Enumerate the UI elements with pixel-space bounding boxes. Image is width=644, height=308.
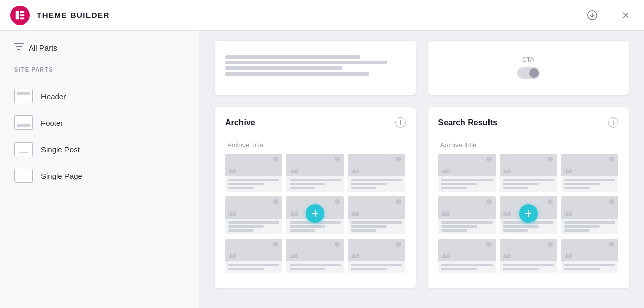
archive-item-img-6 <box>348 196 405 219</box>
archive-item-1 <box>225 154 282 192</box>
search-results-title-label: Archive Title <box>440 141 619 149</box>
cta-toggle[interactable] <box>517 67 540 79</box>
svg-rect-2 <box>20 14 24 16</box>
site-parts-heading: SITE PARTS <box>14 66 185 73</box>
header-actions <box>584 7 634 23</box>
archive-item-lines-7 <box>225 261 282 273</box>
archive-item-lines-2 <box>286 176 344 192</box>
sr-item-img-9 <box>561 239 618 261</box>
sr-item-img-6 <box>561 196 618 219</box>
sidebar-item-single-page-label: Single Page <box>41 172 82 180</box>
sr-item-4 <box>438 196 496 234</box>
sr-item-lines-1 <box>438 176 496 192</box>
search-results-card-header: Search Results i <box>438 117 619 128</box>
sr-item-1 <box>438 154 496 192</box>
sr-item-lines-3 <box>561 176 618 192</box>
filter-label: All Parts <box>29 43 57 52</box>
sidebar: All Parts SITE PARTS Header Footer Singl… <box>0 31 199 308</box>
archive-title-label: Archive Title <box>227 141 406 149</box>
archive-item-7 <box>225 239 282 273</box>
sr-item-lines-2 <box>500 176 557 192</box>
sr-item-img-3 <box>561 154 618 176</box>
page-title: THEME BUILDER <box>37 11 584 19</box>
search-results-card-title: Search Results <box>438 118 498 127</box>
sr-item-2 <box>500 154 557 192</box>
archive-item-8 <box>286 239 344 273</box>
sidebar-item-header-label: Header <box>41 92 66 101</box>
archive-item-3 <box>348 154 405 192</box>
cta-toggle-thumb <box>529 68 539 78</box>
top-cards-row: CTA <box>215 41 629 95</box>
archive-item-lines-9 <box>348 261 405 273</box>
main-layout: All Parts SITE PARTS Header Footer Singl… <box>0 31 644 308</box>
sr-item-img-8 <box>500 239 557 261</box>
archive-item-lines-3 <box>348 176 405 192</box>
svg-rect-0 <box>16 11 19 19</box>
doc-line-4 <box>225 72 369 76</box>
cta-content: CTA <box>438 51 619 85</box>
sidebar-item-footer-label: Footer <box>41 119 63 127</box>
archive-item-img-2 <box>286 154 344 176</box>
sr-item-9 <box>561 239 618 273</box>
filter-icon <box>14 43 24 52</box>
page-item-icon <box>14 169 33 183</box>
archive-item-img-1 <box>225 154 282 176</box>
header-item-icon <box>14 89 33 103</box>
sr-item-lines-6 <box>561 219 618 234</box>
cta-card: CTA <box>428 41 629 95</box>
footer-item-icon <box>14 115 33 130</box>
post-item-icon <box>14 142 33 156</box>
sidebar-item-footer[interactable]: Footer <box>14 109 185 136</box>
doc-lines <box>225 51 406 80</box>
sidebar-item-single-post-label: Single Post <box>41 145 80 154</box>
archive-item-lines-4 <box>225 219 282 234</box>
doc-line-2 <box>225 61 387 64</box>
archive-item-img-8 <box>286 239 344 261</box>
sr-item-img-7 <box>438 239 496 261</box>
archive-item-img-3 <box>348 154 405 176</box>
search-results-grid <box>438 154 619 273</box>
sidebar-item-single-page[interactable]: Single Page <box>14 162 185 189</box>
archive-item-6 <box>348 196 405 234</box>
search-results-info-icon[interactable]: i <box>608 117 618 128</box>
archive-item-img-9 <box>348 239 405 261</box>
archive-info-icon[interactable]: i <box>395 117 406 128</box>
search-results-card: Search Results i Archive Title <box>428 107 629 288</box>
archive-item-lines-1 <box>225 176 282 192</box>
archive-add-button[interactable] <box>306 204 324 223</box>
archive-card: Archive i Archive Title <box>215 107 416 288</box>
search-results-add-button[interactable] <box>519 204 538 223</box>
search-results-mock: Archive Title <box>438 136 619 278</box>
archive-mock: Archive Title <box>225 136 406 278</box>
archive-item-9 <box>348 239 405 273</box>
doc-line-3 <box>225 66 342 70</box>
sr-item-lines-8 <box>500 261 557 273</box>
sr-item-img-2 <box>500 154 557 176</box>
archive-card-header: Archive i <box>225 117 406 128</box>
sidebar-item-single-post[interactable]: Single Post <box>14 136 185 162</box>
close-button[interactable] <box>617 7 634 23</box>
sr-item-img-4 <box>438 196 496 219</box>
archive-card-title: Archive <box>225 118 255 127</box>
sr-item-6 <box>561 196 618 234</box>
sidebar-item-header[interactable]: Header <box>14 83 185 109</box>
archive-item-lines-6 <box>348 219 405 234</box>
elementor-logo <box>10 6 30 25</box>
app-header: THEME BUILDER <box>0 0 644 31</box>
doc-line-1 <box>225 55 360 59</box>
archive-item-img-7 <box>225 239 282 261</box>
archive-item-lines-8 <box>286 261 344 273</box>
sr-item-3 <box>561 154 618 192</box>
content-area: CTA Archive i Archive Title <box>199 31 644 308</box>
sr-item-8 <box>500 239 557 273</box>
download-button[interactable] <box>584 7 601 23</box>
archive-item-4 <box>225 196 282 234</box>
sr-item-lines-9 <box>561 261 618 273</box>
archive-item-img-4 <box>225 196 282 219</box>
header-divider <box>609 9 609 21</box>
sr-item-7 <box>438 239 496 273</box>
sr-item-lines-4 <box>438 219 496 234</box>
sidebar-filter[interactable]: All Parts <box>14 43 185 52</box>
sr-item-lines-7 <box>438 261 496 273</box>
main-cards-row: Archive i Archive Title <box>215 107 629 288</box>
